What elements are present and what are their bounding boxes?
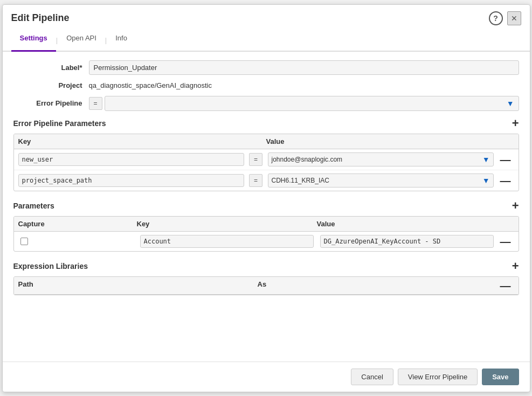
param-value-header: Value — [317, 220, 497, 228]
epp-remove-btn-1[interactable]: — — [498, 154, 513, 165]
epp-key-input-2[interactable] — [18, 174, 244, 187]
error-pipeline-params-table: Key Value = johndoe@snaplogic.com — [13, 134, 519, 191]
error-pipeline-params-header: Error Pipeline Parameters + — [13, 117, 519, 129]
epp-remove-btn-2[interactable]: — — [498, 175, 513, 186]
param-value-input-1[interactable] — [320, 235, 494, 248]
epp-key-input-1[interactable] — [18, 153, 244, 166]
expr-as-header: As — [258, 280, 497, 291]
parameters-section: Parameters + Capture Key Value — [13, 200, 519, 252]
param-key-header: Key — [137, 220, 317, 228]
expression-libraries-table-header: Path As — — [14, 277, 519, 295]
error-pipeline-eq-btn[interactable]: = — [89, 97, 102, 110]
expression-libraries-table: Path As — — [13, 276, 519, 295]
param-capture-checkbox-1[interactable] — [20, 238, 28, 245]
table-row: = CDH6.11_KRB_IAC ▼ — — [14, 170, 519, 191]
project-row: Project qa_diagnostic_space/GenAI_diagno… — [13, 81, 519, 89]
expr-remove-btn[interactable]: — — [498, 280, 513, 291]
error-pipeline-dropdown[interactable]: ▼ — [105, 96, 519, 111]
epp-value-dropdown-2[interactable]: CDH6.11_KRB_IAC ▼ — [268, 173, 494, 187]
error-pipeline-control: = ▼ — [89, 96, 519, 111]
save-button[interactable]: Save — [482, 369, 519, 385]
expr-path-header: Path — [18, 280, 258, 291]
parameters-header: Parameters + — [13, 200, 519, 212]
tab-bar: Settings | Open API | Info — [3, 30, 530, 52]
parameters-add-btn[interactable]: + — [512, 200, 519, 212]
project-label: Project — [13, 81, 89, 89]
edit-pipeline-dialog: Edit Pipeline ? ✕ Settings | Open API | … — [2, 4, 530, 392]
parameters-table-header: Capture Key Value — [14, 217, 519, 232]
error-pipeline-params-table-header: Key Value — [14, 134, 519, 149]
tab-settings[interactable]: Settings — [11, 30, 56, 52]
dropdown-arrow-icon: ▼ — [507, 99, 514, 108]
table-row: — — [14, 232, 519, 251]
expression-libraries-section: Expression Libraries + Path As — — [13, 260, 519, 295]
dropdown-arrow-icon: ▼ — [482, 155, 490, 164]
view-error-pipeline-button[interactable]: View Error Pipeline — [398, 369, 478, 385]
epp-value-text-1: johndoe@snaplogic.com — [272, 156, 343, 163]
label-field-label: Label* — [13, 64, 89, 72]
expression-libraries-title: Expression Libraries — [13, 262, 88, 270]
label-row: Label* — [13, 60, 519, 75]
cancel-button[interactable]: Cancel — [351, 369, 393, 385]
epp-key-header: Key — [18, 137, 249, 145]
dialog-header: Edit Pipeline ? ✕ — [3, 5, 530, 30]
expression-libraries-add-btn[interactable]: + — [512, 260, 519, 272]
parameters-title: Parameters — [13, 202, 54, 210]
parameters-table: Capture Key Value — [13, 216, 519, 252]
epp-value-dropdown-1[interactable]: johndoe@snaplogic.com ▼ — [268, 152, 494, 166]
param-key-input-1[interactable] — [140, 235, 314, 248]
error-pipeline-row: Error Pipeline = ▼ — [13, 96, 519, 111]
epp-eq-btn-1[interactable]: = — [249, 153, 262, 166]
epp-eq-btn-2[interactable]: = — [249, 174, 262, 187]
dialog-footer: Cancel View Error Pipeline Save — [3, 362, 530, 392]
close-icon[interactable]: ✕ — [507, 11, 521, 25]
error-pipeline-params-title: Error Pipeline Parameters — [13, 119, 106, 128]
dialog-title: Edit Pipeline — [11, 12, 70, 24]
param-remove-btn-1[interactable]: — — [498, 236, 513, 247]
label-input[interactable] — [89, 60, 519, 75]
param-capture-header: Capture — [18, 220, 137, 228]
epp-value-header: Value — [266, 137, 497, 145]
expression-libraries-header: Expression Libraries + — [13, 260, 519, 272]
dropdown-arrow-icon: ▼ — [482, 176, 490, 185]
dialog-body: Label* Project qa_diagnostic_space/GenAI… — [3, 52, 530, 362]
tab-open-api[interactable]: Open API — [58, 30, 105, 52]
help-icon[interactable]: ? — [489, 11, 503, 25]
error-pipeline-params-section: Error Pipeline Parameters + Key Value = — [13, 117, 519, 191]
table-row: = johndoe@snaplogic.com ▼ — — [14, 149, 519, 170]
header-icons: ? ✕ — [489, 11, 521, 25]
tab-info[interactable]: Info — [107, 30, 136, 52]
error-pipeline-params-add-btn[interactable]: + — [512, 117, 519, 129]
project-value: qa_diagnostic_space/GenAI_diagnostic — [89, 81, 519, 89]
epp-value-text-2: CDH6.11_KRB_IAC — [272, 177, 329, 184]
error-pipeline-label: Error Pipeline — [13, 99, 89, 107]
label-field-value — [89, 60, 519, 75]
